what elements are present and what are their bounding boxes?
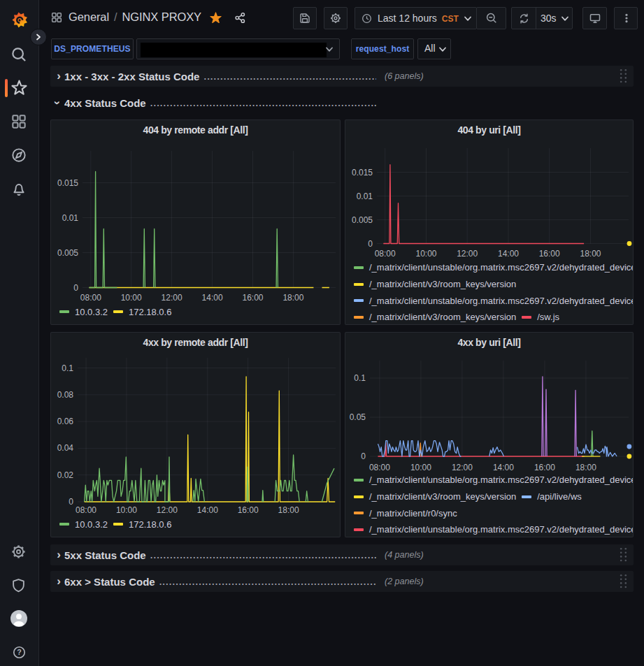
- svg-text:0.005: 0.005: [352, 215, 373, 225]
- svg-text:0: 0: [368, 239, 373, 249]
- svg-text:14:00: 14:00: [498, 249, 519, 259]
- svg-text:12:00: 12:00: [452, 463, 473, 472]
- svg-text:10:00: 10:00: [116, 505, 137, 515]
- svg-text:0.015: 0.015: [57, 178, 78, 188]
- svg-text:16:00: 16:00: [534, 463, 555, 472]
- svg-text:16:00: 16:00: [242, 293, 263, 303]
- svg-text:14:00: 14:00: [493, 463, 514, 472]
- svg-text:18:00: 18:00: [278, 505, 299, 515]
- svg-text:16:00: 16:00: [539, 249, 560, 259]
- svg-text:0: 0: [361, 451, 366, 461]
- svg-text:08:00: 08:00: [375, 249, 396, 259]
- svg-text:0.04: 0.04: [57, 443, 74, 453]
- svg-text:0.005: 0.005: [57, 248, 78, 258]
- svg-text:16:00: 16:00: [238, 505, 259, 515]
- svg-text:0.01: 0.01: [357, 191, 373, 201]
- svg-text:18:00: 18:00: [282, 293, 303, 303]
- svg-text:12:00: 12:00: [157, 505, 178, 515]
- svg-text:10:00: 10:00: [415, 249, 436, 259]
- svg-text:0.02: 0.02: [57, 470, 74, 480]
- svg-text:14:00: 14:00: [197, 505, 218, 515]
- svg-text:?: ?: [17, 648, 22, 656]
- svg-text:14:00: 14:00: [202, 293, 223, 303]
- svg-text:10:00: 10:00: [121, 293, 142, 303]
- svg-text:08:00: 08:00: [369, 463, 390, 472]
- svg-text:0: 0: [69, 497, 73, 507]
- svg-text:08:00: 08:00: [80, 293, 101, 303]
- svg-text:18:00: 18:00: [580, 249, 601, 259]
- svg-text:0.05: 0.05: [350, 412, 366, 422]
- svg-text:18:00: 18:00: [575, 463, 596, 472]
- svg-text:0.015: 0.015: [352, 168, 373, 178]
- svg-text:0.06: 0.06: [57, 417, 74, 426]
- svg-text:0.1: 0.1: [62, 363, 73, 373]
- svg-text:0.1: 0.1: [354, 373, 366, 383]
- svg-text:12:00: 12:00: [162, 293, 183, 303]
- svg-text:12:00: 12:00: [457, 249, 478, 259]
- svg-text:0.01: 0.01: [62, 213, 79, 223]
- svg-text:08:00: 08:00: [76, 505, 96, 515]
- svg-text:10:00: 10:00: [410, 463, 431, 472]
- svg-text:0.08: 0.08: [57, 390, 74, 400]
- svg-text:0: 0: [73, 283, 78, 293]
